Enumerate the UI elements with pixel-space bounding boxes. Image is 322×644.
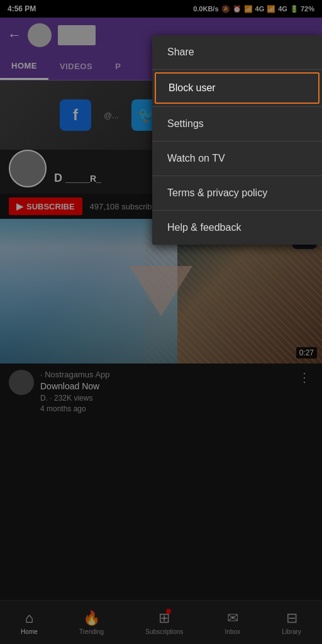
dropdown-menu: Share Block user Settings Watch on TV Te… — [152, 35, 322, 245]
menu-item-watch-tv[interactable]: Watch on TV — [152, 142, 322, 175]
menu-divider-1 — [152, 69, 322, 70]
menu-item-terms[interactable]: Terms & privacy policy — [152, 176, 322, 210]
menu-overlay[interactable]: Share Block user Settings Watch on TV Te… — [0, 0, 322, 644]
menu-item-block-user[interactable]: Block user — [155, 72, 319, 104]
menu-item-settings[interactable]: Settings — [152, 107, 322, 141]
menu-item-share[interactable]: Share — [152, 35, 322, 69]
menu-item-help[interactable]: Help & feedback — [152, 211, 322, 245]
